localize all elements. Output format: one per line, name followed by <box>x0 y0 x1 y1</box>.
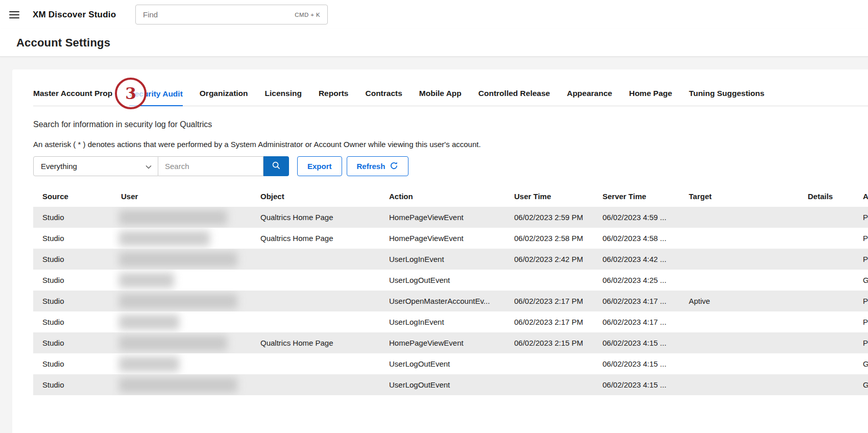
table-header-row: SourceUserObjectActionUser TimeServer Ti… <box>33 185 868 207</box>
cell-server-time: 06/02/2023 4:42 ... <box>593 249 680 270</box>
cell-object <box>251 249 380 270</box>
page-title: Account Settings <box>16 36 110 50</box>
asterisk-note: An asterisk ( * ) denotes actions that w… <box>33 140 868 149</box>
redacted-user <box>119 335 227 351</box>
table-row: StudioUserOpenMasterAccountEv...06/02/20… <box>33 291 868 311</box>
cell-user <box>112 249 251 270</box>
cell-user-time: 06/02/2023 2:58 PM <box>505 228 593 249</box>
cell-action: HomePageViewEvent <box>380 207 505 228</box>
cell-target <box>680 207 799 228</box>
cell-details <box>799 332 854 353</box>
cell-object <box>251 291 380 311</box>
settings-card: Master Account PropSecurity AuditOrganiz… <box>12 69 868 433</box>
tab-appearance[interactable]: Appearance <box>567 89 612 106</box>
cell-server-time: 06/02/2023 4:15 ... <box>593 353 680 374</box>
cell-object: Qualtrics Home Page <box>251 207 380 228</box>
cell-user-time <box>505 270 593 291</box>
table-row: StudioUserLogInEvent06/02/2023 2:42 PM06… <box>33 249 868 270</box>
cell-target: Aptive <box>680 291 799 311</box>
find-input[interactable]: Find CMD + K <box>135 5 328 25</box>
cell-user-time: 06/02/2023 2:17 PM <box>505 311 593 332</box>
cell-target <box>680 270 799 291</box>
table-row: StudioUserLogOutEvent06/02/2023 4:15 ...… <box>33 353 868 374</box>
security-log-table: SourceUserObjectActionUser TimeServer Ti… <box>33 185 868 395</box>
cell-server-time: 06/02/2023 4:17 ... <box>593 311 680 332</box>
cell-user-time <box>505 374 593 395</box>
cell-action: UserLogInEvent <box>380 249 505 270</box>
table-row: StudioUserLogOutEvent06/02/2023 4:25 ...… <box>33 270 868 291</box>
cell-user-time: 06/02/2023 2:42 PM <box>505 249 593 270</box>
column-header-user-time: User Time <box>505 185 593 207</box>
cell-user <box>112 374 251 395</box>
column-header-target: Target <box>680 185 799 207</box>
cell-target <box>680 249 799 270</box>
cell-target <box>680 374 799 395</box>
cell-api: G <box>854 270 868 291</box>
cell-source: Studio <box>33 249 112 270</box>
cell-user <box>112 270 251 291</box>
page-header: Account Settings <box>0 29 868 57</box>
table-row: StudioUserLogOutEvent06/02/2023 4:15 ...… <box>33 374 868 395</box>
table-row: StudioUserLogInEvent06/02/2023 2:17 PM06… <box>33 311 868 332</box>
tab-tuning-suggestions[interactable]: Tuning Suggestions <box>689 89 764 106</box>
export-button[interactable]: Export <box>297 156 342 176</box>
filter-dropdown[interactable]: Everything <box>33 156 158 176</box>
cell-object <box>251 311 380 332</box>
table-row: StudioQualtrics Home PageHomePageViewEve… <box>33 228 868 249</box>
cell-api: G <box>854 353 868 374</box>
tab-licensing[interactable]: Licensing <box>265 89 302 106</box>
cell-target <box>680 228 799 249</box>
redacted-user <box>119 231 210 246</box>
cell-user-time <box>505 353 593 374</box>
redacted-user <box>119 273 174 288</box>
search-button[interactable] <box>263 156 289 176</box>
cell-object <box>251 270 380 291</box>
tab-organization[interactable]: Organization <box>200 89 248 106</box>
menu-icon[interactable] <box>9 9 19 20</box>
annotation-number: 3 <box>125 84 136 103</box>
column-header-server-time: Server Time <box>593 185 680 207</box>
cell-action: UserOpenMasterAccountEv... <box>380 291 505 311</box>
tab-controlled-release[interactable]: Controlled Release <box>478 89 550 106</box>
content-background: Master Account PropSecurity AuditOrganiz… <box>0 57 868 433</box>
column-header-details: Details <box>799 185 854 207</box>
cell-user <box>112 291 251 311</box>
refresh-button[interactable]: Refresh <box>347 156 409 176</box>
cell-object <box>251 353 380 374</box>
cell-user <box>112 228 251 249</box>
column-header-source: Source <box>33 185 112 207</box>
tab-bar: Master Account PropSecurity AuditOrganiz… <box>33 69 868 106</box>
cell-object: Qualtrics Home Page <box>251 332 380 353</box>
cell-api: P <box>854 332 868 353</box>
table-row: StudioQualtrics Home PageHomePageViewEve… <box>33 207 868 228</box>
cell-api: P <box>854 228 868 249</box>
cell-server-time: 06/02/2023 4:58 ... <box>593 228 680 249</box>
redacted-user <box>119 252 237 267</box>
cell-details <box>799 270 854 291</box>
keyboard-shortcut-hint: CMD + K <box>295 12 320 18</box>
cell-source: Studio <box>33 374 112 395</box>
tab-contracts[interactable]: Contracts <box>365 89 402 106</box>
redacted-user <box>119 356 179 372</box>
app-title: XM Discover Studio <box>33 10 116 20</box>
tab-mobile-app[interactable]: Mobile App <box>419 89 462 106</box>
tab-home-page[interactable]: Home Page <box>629 89 672 106</box>
cell-details <box>799 228 854 249</box>
search-input[interactable] <box>158 156 263 176</box>
cell-user-time: 06/02/2023 2:17 PM <box>505 291 593 311</box>
cell-details <box>799 353 854 374</box>
cell-api: P <box>854 291 868 311</box>
cell-api: G <box>854 374 868 395</box>
cell-action: UserLogOutEvent <box>380 374 505 395</box>
cell-source: Studio <box>33 332 112 353</box>
cell-source: Studio <box>33 311 112 332</box>
cell-action: HomePageViewEvent <box>380 228 505 249</box>
filter-dropdown-value: Everything <box>41 162 77 171</box>
cell-target <box>680 353 799 374</box>
cell-details <box>799 207 854 228</box>
tab-master-account-prop[interactable]: Master Account Prop <box>33 89 112 106</box>
cell-target <box>680 311 799 332</box>
tab-reports[interactable]: Reports <box>319 89 349 106</box>
cell-action: HomePageViewEvent <box>380 332 505 353</box>
cell-server-time: 06/02/2023 4:25 ... <box>593 270 680 291</box>
